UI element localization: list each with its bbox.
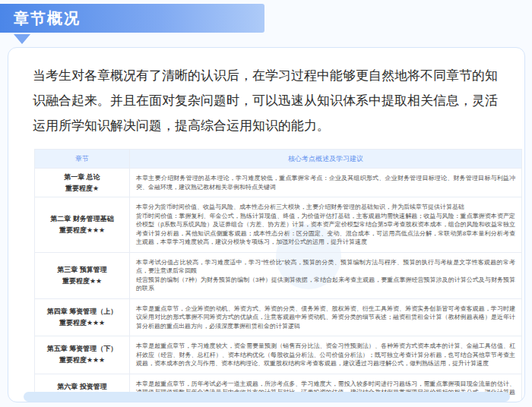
summary-text: 本章是重点章节，企业筹资的动机、筹资方式、筹资的分类、债务筹资、股权筹资、衍生工… xyxy=(136,304,515,331)
summary-cell: 本章是超重点章节，学习难度较大，资金需要量预测（销售百分比法、资金习性预测法）、… xyxy=(130,336,522,374)
chapter-overview-table: 章节 核心考点概述及学习建议 第一章 总论 重要程度★ 本章主要介绍财务管理的基… xyxy=(34,149,522,402)
chapter-name: 第二章 财务管理基础 xyxy=(36,213,128,225)
table-row: 第五章 筹资管理（下） 重要程度★★★ 本章是超重点章节，学习难度较大，资金需要… xyxy=(35,336,522,374)
summary-cell: 本章考试分值占比较高，学习难度适中，学习“性价比”较高，预算的分类、预算编制方法… xyxy=(130,252,522,298)
summary-cell: 本章是重点章节，企业筹资的动机、筹资方式、筹资的分类、债务筹资、股权筹资、衍生工… xyxy=(130,298,522,336)
intro-paragraph: 当考生对各章概况有了清晰的认识后，在学习过程中能够更自然地将不同章节的知识融合起… xyxy=(33,63,503,138)
chapter-name: 第一章 总论 xyxy=(36,172,128,183)
chapter-cell: 第二章 财务管理基础 重要程度★★★ xyxy=(35,197,130,253)
table-row: 第一章 总论 重要程度★ 本章主要介绍财务管理的基本理论，学习难度较低，重点掌握… xyxy=(35,169,522,197)
col-header-summary: 核心考点概述及学习建议 xyxy=(130,150,522,169)
table-row: 第三章 预算管理 重要程度★★ 本章考试分值占比较高，学习难度适中，学习“性价比… xyxy=(35,252,522,298)
importance-rating: 重要程度★ xyxy=(36,183,128,194)
chapter-name: 第四章 筹资管理（上） xyxy=(36,306,128,317)
col-header-chapter: 章节 xyxy=(35,150,130,169)
importance-rating: 重要程度★★★ xyxy=(36,317,128,329)
section-title: 章节概况 xyxy=(14,8,81,29)
summary-cell: 本章主要介绍财务管理的基本理论，学习难度较低，重点掌握常考点：企业及其组织形式、… xyxy=(130,169,522,197)
summary-text: 本章分为货币时间价值、收益与风险、成本性态分析三大模块，主要介绍财务管理的基础知… xyxy=(136,203,515,212)
section-banner: 章节概况 xyxy=(0,4,264,33)
importance-rating: 重要程度★★★ xyxy=(36,225,128,236)
summary-text: 经营预算的编制（7种）为财务预算的编制（3种）提供测算依据，常结合起来考查主观题… xyxy=(136,276,515,293)
summary-cell: 本章分为货币时间价值、收益与风险、成本性态分析三大模块，主要介绍财务管理的基础知… xyxy=(130,197,522,253)
triangle-down-icon xyxy=(14,34,30,44)
chapter-name: 第三章 预算管理 xyxy=(36,264,128,276)
summary-text: 货币时间价值：掌握复利、年金公式，熟练计算现值、终值，为价值评估打基础，主客观题… xyxy=(136,212,515,247)
chapter-cell: 第四章 筹资管理（上） 重要程度★★★ xyxy=(35,298,130,336)
table-row: 第二章 财务管理基础 重要程度★★★ 本章分为货币时间价值、收益与风险、成本性态… xyxy=(35,197,522,253)
decorative-band xyxy=(24,392,510,402)
importance-rating: 重要程度★★★ xyxy=(36,355,128,366)
table-header-row: 章节 核心考点概述及学习建议 xyxy=(35,150,522,169)
chapter-cell: 第一章 总论 重要程度★ xyxy=(35,169,130,197)
summary-text: 本章是超重点章节，学习难度较大，资金需要量预测（销售百分比法、资金习性预测法）、… xyxy=(136,342,515,368)
importance-rating: 重要程度★★ xyxy=(36,276,128,287)
summary-text: 本章考试分值占比较高，学习难度适中，学习“性价比”较高，预算的分类、预算编制方法… xyxy=(136,258,515,276)
table-row: 第四章 筹资管理（上） 重要程度★★★ 本章是重点章节，企业筹资的动机、筹资方式… xyxy=(35,298,522,336)
chapter-cell: 第五章 筹资管理（下） 重要程度★★★ xyxy=(35,336,130,374)
content-card: 当考生对各章概况有了清晰的认识后，在学习过程中能够更自然地将不同章节的知识融合起… xyxy=(8,47,525,402)
summary-text: 本章主要介绍财务管理的基本理论，学习难度较低，重点掌握常考点：企业及其组织形式、… xyxy=(136,174,515,191)
chapter-name: 第五章 筹资管理（下） xyxy=(36,343,128,355)
chapter-cell: 第三章 预算管理 重要程度★★ xyxy=(35,252,130,298)
chapter-name: 第六章 投资管理 xyxy=(36,381,128,393)
